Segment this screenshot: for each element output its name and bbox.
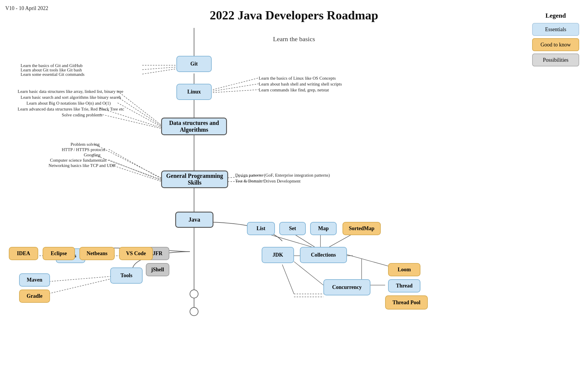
legend-possibilities: Possibilities	[532, 53, 579, 66]
svg-line-20	[112, 165, 161, 181]
thread-node: Thread	[388, 279, 420, 292]
set-node: Set	[279, 222, 306, 235]
jdk-node: JDK	[262, 247, 294, 263]
netbeans-node: Netbeans	[79, 247, 115, 260]
linux-label-3: Learn commands like find, grep, netstat	[259, 88, 329, 93]
general-programming-node: General Programming Skills	[161, 170, 228, 188]
main-title: 2022 Java Developers Roadmap	[210, 8, 378, 22]
dsa-label-4: Learn advanced data structures like Trie…	[18, 107, 124, 112]
legend: Legend Essentials Good to know Possibili…	[532, 12, 579, 66]
map-node: Map	[310, 222, 337, 235]
dsa-label-2: Learn basic search and sort algorithms l…	[21, 95, 121, 100]
thread-pool-node: Thread Pool	[385, 295, 428, 310]
dsa-label-1: Learn basic data structures like array, …	[18, 89, 123, 94]
svg-line-19	[109, 160, 161, 180]
collections-node: Collections	[300, 247, 347, 263]
learn-basics-label: Learn the basics	[273, 35, 315, 43]
loom-node: Loom	[388, 263, 420, 276]
version-label: V10 - 10 April 2022	[5, 5, 48, 11]
svg-line-38	[294, 262, 323, 285]
gp-right-label-1: Design patterns (GoF, Enterprise integra…	[235, 173, 330, 178]
eclipse-node: Eclipse	[43, 247, 75, 260]
data-structures-node: Data structures and Algorithms	[161, 118, 227, 135]
gp-label-4: Computer science fundamentals	[50, 158, 106, 163]
sortedmap-node: SortedMap	[343, 222, 381, 235]
svg-line-15	[100, 114, 161, 128]
svg-line-17	[109, 149, 161, 179]
legend-title: Legend	[545, 12, 566, 19]
gp-label-3: Googling	[84, 153, 101, 158]
svg-line-7	[142, 69, 176, 74]
gp-label-5: Networking basics like TCP and UDP	[49, 163, 116, 168]
git-node: Git	[176, 56, 212, 72]
svg-line-8	[213, 78, 259, 90]
diagram-lines	[0, 0, 588, 383]
svg-line-9	[213, 84, 259, 91]
concurrency-node: Concurrency	[323, 279, 370, 295]
svg-line-29	[41, 276, 112, 282]
svg-line-30	[41, 279, 112, 295]
gp-label-1: Problem solving	[71, 142, 100, 147]
tools-node: Tools	[110, 267, 143, 284]
linux-label-2: Learn about bash shell and writing shell…	[259, 82, 342, 87]
vscode-node: VS Code	[119, 247, 153, 260]
svg-line-43	[282, 265, 294, 294]
linux-node: Linux	[176, 84, 212, 100]
idea-node: IDEA	[9, 247, 38, 260]
gp-label-2: HTTP / HTTPS protocol	[62, 147, 105, 152]
java-node: Java	[175, 212, 213, 228]
maven-node: Maven	[19, 273, 50, 287]
svg-point-46	[190, 290, 198, 298]
gp-right-label-2: Test & Domain Driven Development	[235, 179, 300, 184]
list-node: List	[247, 222, 275, 235]
legend-essentials: Essentials	[532, 23, 579, 36]
svg-line-6	[142, 67, 176, 70]
svg-line-10	[213, 90, 259, 93]
dsa-label-3: Learn about Big O notations like O(n) an…	[26, 101, 111, 106]
gradle-node: Gradle	[19, 290, 50, 303]
linux-label-1: Learn the basics of Linux like OS Concep…	[259, 76, 336, 81]
jshell-node: jShell	[146, 263, 169, 276]
legend-good-to-know: Good to know	[532, 38, 579, 51]
dsa-label-5: Solve coding problems	[62, 113, 102, 118]
git-label-3: Learn some essential Git commands	[21, 72, 84, 77]
svg-point-47	[190, 307, 198, 316]
